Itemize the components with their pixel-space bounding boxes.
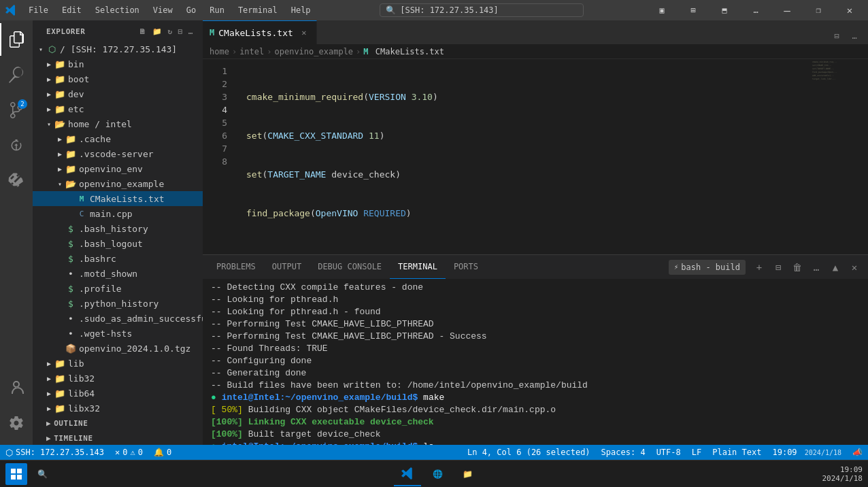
new-file-icon[interactable]: 🗎 bbox=[137, 26, 148, 37]
tree-item-bin[interactable]: ▶ 📁 bin bbox=[33, 56, 203, 71]
activity-accounts[interactable] bbox=[0, 371, 33, 404]
tree-item-openvino-env[interactable]: ▶ 📁 openvino_env bbox=[33, 161, 203, 176]
line-num-2: 2 bbox=[216, 78, 227, 90]
statusbar-errors[interactable]: ✕ 0 ⚠ 0 bbox=[110, 445, 148, 460]
panel-maximize-btn[interactable]: ▲ bbox=[827, 259, 844, 275]
breadcrumb-openvino-example[interactable]: openvino_example bbox=[275, 47, 354, 56]
tree-item-openvino-example[interactable]: ▾ 📂 openvino_example bbox=[33, 176, 203, 191]
statusbar-spaces[interactable]: Spaces: 4 bbox=[596, 445, 651, 460]
statusbar-ssh-text: SSH: 172.27.35.143 bbox=[16, 448, 104, 457]
folder-icon-vscode: 📁 bbox=[65, 148, 76, 159]
sidebar-section-outline[interactable]: ▶ OUTLINE bbox=[33, 415, 203, 430]
collapse-icon[interactable]: ⊟ bbox=[177, 26, 184, 37]
menu-terminal[interactable]: Terminal bbox=[231, 3, 284, 18]
statusbar-line-ending[interactable]: LF bbox=[686, 445, 707, 460]
panel-tab-ports[interactable]: PORTS bbox=[446, 255, 486, 279]
close-button[interactable]: ✕ bbox=[834, 0, 865, 20]
taskbar-files[interactable]: 📁 bbox=[454, 462, 481, 486]
menu-selection[interactable]: Selection bbox=[88, 3, 146, 18]
code-content[interactable]: cmake_minimum_required(VERSION 3.10) set… bbox=[235, 59, 811, 254]
tree-item-python-history[interactable]: ▶ $ .python_history bbox=[33, 296, 203, 311]
maximize-button[interactable]: ❐ bbox=[803, 0, 834, 20]
sidebar-tree: ▾ ⬡ / [SSH: 172.27.35.143] ▶ 📁 bin ▶ 📁 b… bbox=[33, 41, 203, 415]
svg-rect-1 bbox=[17, 469, 22, 473]
refresh-icon[interactable]: ↻ bbox=[166, 26, 173, 37]
tab-cmakelists[interactable]: M CMakeLists.txt ✕ bbox=[203, 20, 317, 44]
titlebar-panel-toggle[interactable]: ⬒ bbox=[709, 0, 740, 20]
breadcrumb-home[interactable]: home bbox=[210, 47, 229, 56]
activity-search[interactable] bbox=[0, 58, 33, 91]
activity-git[interactable]: 2 bbox=[0, 94, 33, 127]
taskbar-edge[interactable]: 🌐 bbox=[424, 462, 451, 486]
editor-scrollbar[interactable] bbox=[858, 59, 868, 254]
tree-item-etc[interactable]: ▶ 📁 etc bbox=[33, 101, 203, 116]
activity-extensions[interactable] bbox=[0, 165, 33, 197]
statusbar-language[interactable]: Plain Text bbox=[707, 445, 767, 460]
statusbar-encoding[interactable]: UTF-8 bbox=[651, 445, 686, 460]
menu-view[interactable]: View bbox=[146, 3, 180, 18]
menu-help[interactable]: Help bbox=[284, 3, 318, 18]
sidebar-section-timeline[interactable]: ▶ TIMELINE bbox=[33, 430, 203, 445]
tree-item-lib[interactable]: ▶ 📁 lib bbox=[33, 356, 203, 371]
tree-item-lib64[interactable]: ▶ 📁 lib64 bbox=[33, 386, 203, 401]
tree-item-sudo[interactable]: ▶ • .sudo_as_admin_successful bbox=[33, 311, 203, 326]
statusbar-cursor[interactable]: Ln 4, Col 6 (26 selected) bbox=[462, 445, 596, 460]
titlebar-editor-layout[interactable]: ⊞ bbox=[678, 0, 709, 20]
statusbar-notifications[interactable]: 🔔 0 bbox=[148, 445, 177, 460]
tab-more[interactable]: … bbox=[846, 28, 863, 44]
tree-item-bashrc[interactable]: ▶ $ .bashrc bbox=[33, 251, 203, 266]
tree-item-main-cpp[interactable]: ▶ C main.cpp bbox=[33, 206, 203, 221]
search-taskbar-btn[interactable]: 🔍 bbox=[31, 463, 53, 485]
terminal-trash-btn[interactable]: 🗑 bbox=[789, 259, 805, 275]
tab-close-button[interactable]: ✕ bbox=[299, 27, 310, 38]
error-icon: ✕ bbox=[115, 448, 120, 457]
prompt-1: ● bbox=[211, 392, 216, 403]
menu-edit[interactable]: Edit bbox=[55, 3, 88, 18]
tree-item-lib32[interactable]: ▶ 📁 lib32 bbox=[33, 371, 203, 386]
titlebar-more[interactable]: … bbox=[740, 0, 771, 20]
activity-explorer[interactable] bbox=[0, 23, 33, 56]
tree-item-cache[interactable]: ▶ 📁 .cache bbox=[33, 131, 203, 146]
tree-item-libx32[interactable]: ▶ 📁 libx32 bbox=[33, 401, 203, 415]
statusbar-ssh[interactable]: ⬡ SSH: 172.27.35.143 bbox=[0, 445, 110, 460]
breadcrumb-intel[interactable]: intel bbox=[239, 47, 264, 56]
tree-item-home-intel[interactable]: ▾ 📂 home / intel bbox=[33, 116, 203, 131]
tree-item-vscode-server[interactable]: ▶ 📁 .vscode-server bbox=[33, 146, 203, 161]
minimize-button[interactable]: — bbox=[771, 0, 803, 20]
terminal-split-btn[interactable]: ⊟ bbox=[770, 259, 786, 275]
cpp-icon: C bbox=[76, 208, 87, 219]
sidebar-more-icon[interactable]: … bbox=[187, 26, 195, 37]
panel-tab-output[interactable]: OUTPUT bbox=[264, 255, 310, 279]
titlebar-sidebar-toggle[interactable]: ▣ bbox=[646, 0, 678, 20]
tree-item-profile[interactable]: ▶ $ .profile bbox=[33, 281, 203, 296]
activity-settings[interactable] bbox=[0, 407, 33, 439]
tree-item-motd-shown[interactable]: ▶ • .motd_shown bbox=[33, 266, 203, 281]
statusbar-feedback[interactable]: 📣 bbox=[847, 445, 868, 460]
tree-item-openvino-tgz[interactable]: ▶ 📦 openvino_2024.1.0.tgz bbox=[33, 341, 203, 356]
start-button[interactable] bbox=[5, 463, 27, 485]
panel-close-btn[interactable]: ✕ bbox=[846, 259, 863, 275]
terminal-content[interactable]: -- Detecting CXX compile features - done… bbox=[203, 279, 868, 445]
breadcrumb-current-file[interactable]: M CMakeLists.txt bbox=[363, 47, 444, 56]
tree-item-wget[interactable]: ▶ • .wget-hsts bbox=[33, 326, 203, 341]
menu-run[interactable]: Run bbox=[203, 3, 231, 18]
panel-tab-problems[interactable]: PROBLEMS bbox=[208, 255, 264, 279]
menu-go[interactable]: Go bbox=[180, 3, 203, 18]
tree-item-dev[interactable]: ▶ 📁 dev bbox=[33, 86, 203, 101]
activity-debug[interactable] bbox=[0, 129, 33, 162]
tree-item-cmakelists[interactable]: ▶ M CMakeLists.txt bbox=[33, 191, 203, 206]
tab-split-editor[interactable]: ⊟ bbox=[829, 28, 845, 44]
new-folder-icon[interactable]: 📁 bbox=[151, 26, 164, 37]
code-editor[interactable]: 1 2 3 4 5 6 7 8 cmake_minimum_required(V… bbox=[203, 59, 868, 254]
menu-file[interactable]: File bbox=[22, 3, 55, 18]
tree-root[interactable]: ▾ ⬡ / [SSH: 172.27.35.143] bbox=[33, 41, 203, 56]
new-terminal-btn[interactable]: + bbox=[751, 259, 767, 275]
terminal-more-btn[interactable]: … bbox=[808, 259, 824, 275]
panel-tab-debug-console[interactable]: DEBUG CONSOLE bbox=[310, 255, 390, 279]
panel-tab-terminal[interactable]: TERMINAL bbox=[390, 255, 446, 279]
tree-item-bash-logout[interactable]: ▶ $ .bash_logout bbox=[33, 236, 203, 251]
tree-item-boot[interactable]: ▶ 📁 boot bbox=[33, 71, 203, 86]
tree-item-bash-history[interactable]: ▶ $ .bash_history bbox=[33, 221, 203, 236]
titlebar-search-box[interactable]: 🔍 [SSH: 172.27.35.143] bbox=[380, 3, 584, 17]
taskbar-vscode[interactable] bbox=[394, 462, 421, 486]
